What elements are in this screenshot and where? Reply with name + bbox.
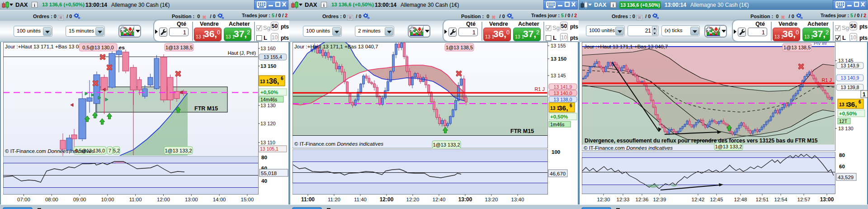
svg-text:14:00: 14:00 bbox=[213, 197, 226, 202]
svg-text:11:00: 11:00 bbox=[301, 196, 315, 203]
svg-text:1@13 133,2: 1@13 133,2 bbox=[433, 142, 460, 147]
svg-text:13 160: 13 160 bbox=[260, 46, 276, 51]
svg-text:© IT-Finance.com Données indic: © IT-Finance.com Données indicatives bbox=[5, 148, 94, 154]
svg-text:13 140,0: 13 140,0 bbox=[554, 90, 572, 96]
svg-text:15:00: 15:00 bbox=[241, 197, 254, 202]
svg-text:80: 80 bbox=[839, 152, 845, 158]
svg-text:09:00: 09:00 bbox=[73, 197, 86, 202]
svg-text:12:51: 12:51 bbox=[756, 197, 769, 202]
svg-text:43,529: 43,529 bbox=[838, 175, 854, 180]
svg-text:+0,50%: +0,50% bbox=[839, 111, 857, 116]
svg-text:13 139,8: 13 139,8 bbox=[841, 85, 859, 90]
svg-text:R1 J: R1 J bbox=[534, 86, 545, 92]
svg-text:1m46s: 1m46s bbox=[550, 122, 565, 127]
svg-text:1@13 138,5: 1@13 138,5 bbox=[446, 45, 473, 50]
svg-text:13 141,9: 13 141,9 bbox=[554, 84, 572, 90]
svg-text:12:40: 12:40 bbox=[433, 197, 446, 202]
svg-text:60: 60 bbox=[839, 164, 845, 169]
svg-text:12:00: 12:00 bbox=[157, 197, 170, 202]
svg-text:Jour :+Haut 13 171,1 +Bas 13 0: Jour :+Haut 13 171,1 +Bas 13 040,7 bbox=[584, 44, 668, 49]
svg-text:Haut (J, Pré): Haut (J, Pré) bbox=[228, 50, 256, 56]
svg-text:R1 J: R1 J bbox=[821, 77, 832, 83]
svg-text:1@13 133,2: 1@13 133,2 bbox=[715, 144, 742, 149]
svg-text:13:00: 13:00 bbox=[458, 196, 472, 203]
svg-text:13 120: 13 120 bbox=[260, 121, 276, 126]
svg-text:FTR M15: FTR M15 bbox=[194, 105, 218, 112]
svg-text:36,: 36, bbox=[269, 77, 279, 85]
svg-text:1: 1 bbox=[863, 91, 866, 98]
svg-text:13:00: 13:00 bbox=[820, 196, 834, 203]
svg-text:13 130: 13 130 bbox=[838, 126, 854, 131]
svg-text:12:42: 12:42 bbox=[692, 197, 705, 202]
svg-text:Jour :+Haut 13 171,1 +Bas 13 0: Jour :+Haut 13 171,1 +Bas 13 040,7 bbox=[294, 44, 378, 49]
svg-text:46,670: 46,670 bbox=[550, 171, 566, 176]
svg-text:1@13 133,2: 1@13 133,2 bbox=[165, 148, 192, 153]
svg-text:13 143,9: 13 143,9 bbox=[841, 63, 859, 68]
svg-text:0,5@13 130,0: 0,5@13 130,0 bbox=[82, 45, 113, 50]
svg-text:13 150: 13 150 bbox=[551, 56, 566, 62]
svg-text:10:00: 10:00 bbox=[101, 197, 114, 202]
svg-text:13 140,9: 13 140,9 bbox=[841, 75, 859, 81]
svg-text:12:33: 12:33 bbox=[617, 197, 630, 202]
svg-text:08:00: 08:00 bbox=[45, 197, 58, 202]
svg-text:07:00: 07:00 bbox=[17, 197, 30, 202]
svg-text:6: 6 bbox=[570, 103, 572, 108]
svg-text:11:00: 11:00 bbox=[129, 197, 142, 202]
svg-text:36,: 36, bbox=[847, 100, 857, 108]
svg-text:13 130: 13 130 bbox=[260, 103, 276, 108]
svg-text:14m46s: 14m46s bbox=[260, 97, 277, 102]
svg-text:13:20: 13:20 bbox=[485, 197, 498, 202]
svg-text:13 110: 13 110 bbox=[260, 140, 275, 145]
svg-text:100: 100 bbox=[552, 149, 560, 155]
svg-text:80: 80 bbox=[261, 155, 267, 160]
svg-text:13:40: 13:40 bbox=[511, 197, 524, 202]
svg-text:36,: 36, bbox=[558, 104, 568, 112]
svg-text:6: 6 bbox=[859, 100, 861, 104]
svg-text:12:57: 12:57 bbox=[797, 197, 811, 202]
svg-text:12:36: 12:36 bbox=[636, 197, 649, 202]
svg-text:Divergence, essouflement du re: Divergence, essouflement du reflux pour … bbox=[585, 138, 818, 144]
svg-text:55,018: 55,018 bbox=[261, 171, 277, 176]
svg-text:13 145: 13 145 bbox=[551, 73, 566, 78]
svg-text:© IT-Finance.com Données indic: © IT-Finance.com Données indicatives bbox=[584, 145, 673, 151]
svg-text:13 155: 13 155 bbox=[551, 43, 566, 48]
svg-text:13:00: 13:00 bbox=[185, 197, 198, 202]
svg-text:12:54: 12:54 bbox=[774, 197, 788, 202]
svg-text:13 155,4: 13 155,4 bbox=[264, 54, 282, 60]
svg-text:13 150: 13 150 bbox=[260, 63, 276, 69]
svg-text:es: es bbox=[119, 45, 125, 50]
svg-text:12:20: 12:20 bbox=[406, 197, 420, 202]
svg-text:12T: 12T bbox=[839, 119, 848, 124]
svg-text:FTR M15: FTR M15 bbox=[510, 128, 534, 134]
svg-text:6: 6 bbox=[281, 76, 283, 81]
svg-text:12:48: 12:48 bbox=[734, 197, 747, 202]
svg-text:12:30: 12:30 bbox=[597, 197, 610, 202]
svg-text:12:00: 12:00 bbox=[380, 196, 394, 203]
svg-text:13 105,1: 13 105,1 bbox=[260, 146, 278, 152]
svg-text:1@13 138,5: 1@13 138,5 bbox=[783, 45, 811, 50]
svg-text:12:39: 12:39 bbox=[653, 197, 666, 202]
svg-text:1@13 138,5: 1@13 138,5 bbox=[165, 45, 193, 50]
svg-text:12:45: 12:45 bbox=[710, 197, 723, 202]
svg-text:© IT-Finance.com Données indic: © IT-Finance.com Données indicatives bbox=[294, 141, 383, 147]
svg-text:11:20: 11:20 bbox=[328, 197, 340, 202]
svg-text:5,2: 5,2 bbox=[113, 148, 120, 153]
svg-text:7: 7 bbox=[108, 148, 111, 153]
svg-text:40: 40 bbox=[261, 178, 267, 184]
svg-text:+0,50%: +0,50% bbox=[260, 90, 278, 95]
svg-text:13 138,0: 13 138,0 bbox=[554, 97, 572, 102]
svg-text:13 1: 13 1 bbox=[260, 79, 269, 84]
svg-text:+0,50%: +0,50% bbox=[550, 114, 568, 119]
svg-text:Jour :+Haut 13 171,1 +Bas 13 0: Jour :+Haut 13 171,1 +Bas 13 040,7 bbox=[5, 44, 89, 49]
svg-text:11:40: 11:40 bbox=[354, 197, 367, 202]
